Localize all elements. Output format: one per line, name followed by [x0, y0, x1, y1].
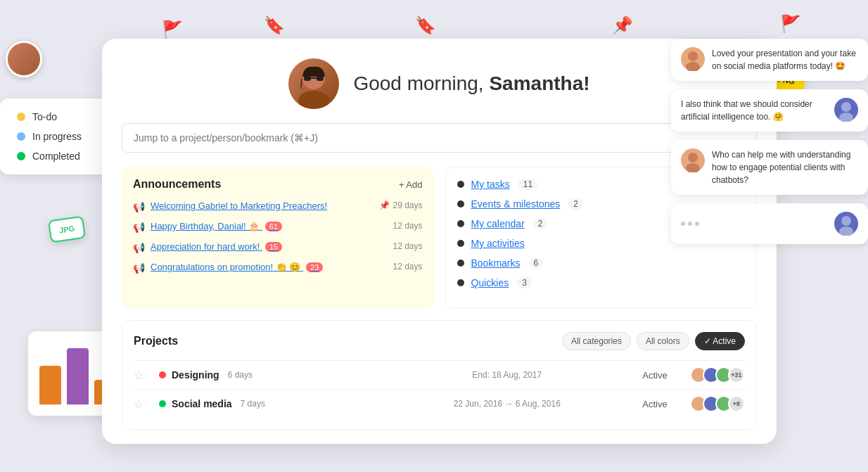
project-status-2: Active — [627, 399, 683, 409]
chat-text-3: Who can help me with understanding how t… — [712, 148, 858, 186]
ann-link-3[interactable]: Appreciation for hard work! 15 — [151, 241, 282, 252]
nav-item-quickies[interactable]: Quickies 3 — [457, 277, 746, 288]
project-status-1: Active — [627, 370, 683, 381]
nav-link-tasks[interactable]: My tasks — [471, 179, 510, 190]
svg-point-7 — [686, 62, 700, 71]
svg-point-12 — [841, 216, 851, 226]
nav-link-activities[interactable]: My activities — [471, 238, 525, 249]
project-name-1: Designing — [172, 369, 219, 381]
project-row-1: ☆ Designing 6 days End: 18 Aug, 2017 Act… — [134, 360, 745, 389]
proj-avatar-more-2: +8 — [728, 395, 745, 412]
nav-count-bookmarks: 6 — [529, 257, 544, 269]
deco-emoji-4: 📌 — [612, 15, 633, 35]
projects-filters: All categories All colors ✓ Active — [562, 332, 745, 350]
project-name-cell-1: Designing 6 days — [159, 369, 388, 381]
ann-days-4: 12 days — [392, 262, 422, 272]
ann-badge-3: 15 — [265, 242, 282, 252]
announcements-header: Announcements + Add — [133, 178, 423, 191]
deco-emoji-2: 🔖 — [264, 15, 285, 35]
star-icon-1[interactable]: ☆ — [134, 369, 153, 382]
nav-link-calendar[interactable]: My calendar — [471, 218, 525, 229]
project-name-2: Social media — [172, 398, 232, 409]
todo-dot — [17, 113, 25, 121]
user-avatar — [288, 58, 339, 109]
nav-link-events[interactable]: Events & milestones — [471, 198, 561, 210]
project-days-2: 7 days — [241, 399, 265, 409]
nav-dot-events — [457, 200, 464, 208]
chat-avatar-input — [834, 212, 858, 236]
chat-avatar-3 — [681, 148, 705, 172]
project-dot-2 — [159, 400, 166, 407]
nav-dot-quickies — [457, 279, 464, 286]
svg-rect-4 — [317, 76, 324, 81]
nav-count-quickies: 3 — [517, 277, 532, 288]
chat-avatar-2 — [834, 98, 858, 122]
nav-item-bookmarks[interactable]: Bookmarks 6 — [457, 257, 746, 269]
projects-panel: Projects All categories All colors ✓ Act… — [122, 320, 757, 430]
jpg-badge: JPG — [48, 216, 86, 243]
proj-avatar-more-1: +31 — [728, 366, 745, 383]
filter-active-button[interactable]: ✓ Active — [695, 332, 745, 350]
todo-label: To-do — [32, 111, 57, 122]
ann-days-3: 12 days — [392, 241, 422, 251]
chat-bubble-1: Loved your presentation and your take on… — [671, 39, 868, 81]
greeting-name: Samantha! — [489, 72, 589, 94]
greeting-prefix: Good morning, — [353, 72, 489, 94]
svg-point-11 — [686, 163, 700, 172]
announcements-title: Announcements — [133, 178, 221, 191]
ann-link-4[interactable]: Congratulations on promotion! 👏 😊 23 — [151, 262, 323, 272]
chat-bubble-2: I also think that we should consider art… — [671, 89, 868, 132]
svg-point-9 — [839, 113, 853, 122]
project-dates-1: End: 18 Aug, 2017 — [393, 370, 622, 380]
announcement-item-1: 📢 Welcoming Gabriel to Marketing Preache… — [133, 200, 423, 212]
ann-badge-4: 23 — [306, 262, 323, 272]
chat-panel: Loved your presentation and your take on… — [671, 39, 868, 244]
megaphone-icon-2: 📢 — [133, 222, 145, 233]
inprogress-label: In progress — [32, 131, 82, 142]
deco-emoji-3: 🔖 — [415, 15, 436, 35]
ann-link-1[interactable]: Welcoming Gabriel to Marketing Preachers… — [151, 200, 327, 211]
megaphone-icon-1: 📢 — [133, 201, 145, 212]
chat-bubble-3: Who can help me with understanding how t… — [671, 140, 868, 195]
filter-categories-button[interactable]: All categories — [562, 332, 631, 350]
project-name-cell-2: Social media 7 days — [159, 398, 388, 409]
nav-link-quickies[interactable]: Quickies — [471, 277, 509, 288]
svg-point-1 — [298, 91, 329, 109]
nav-dot-activities — [457, 240, 464, 247]
star-icon-2[interactable]: ☆ — [134, 397, 153, 411]
project-dot-1 — [159, 371, 166, 378]
search-input[interactable] — [122, 123, 757, 153]
completed-dot — [17, 152, 25, 160]
greeting-text: Good morning, Samantha! — [353, 72, 589, 95]
chat-text-2: I also think that we should consider art… — [681, 98, 827, 123]
completed-label: Completed — [32, 151, 80, 162]
project-row-2: ☆ Social media 7 days 22 Jun, 2016 → 6 A… — [134, 389, 745, 418]
nav-link-bookmarks[interactable]: Bookmarks — [471, 257, 521, 269]
nav-dot-tasks — [457, 181, 464, 188]
announcement-item-2: 📢 Happy Birthday, Danial! 🎂 61 12 days — [133, 221, 423, 233]
ann-badge-2: 61 — [265, 222, 282, 231]
projects-title: Projects — [134, 335, 178, 347]
nav-count-calendar: 2 — [533, 218, 548, 229]
typing-dots — [681, 222, 699, 226]
project-dates-2: 22 Jun, 2016 → 6 Aug, 2016 — [393, 399, 622, 409]
pin-icon-1: 📌 — [379, 200, 390, 210]
filter-colors-button[interactable]: All colors — [637, 332, 689, 350]
megaphone-icon-3: 📢 — [133, 242, 145, 253]
ann-link-2[interactable]: Happy Birthday, Danial! 🎂 61 — [151, 221, 282, 231]
greeting-section: Good morning, Samantha! — [122, 58, 757, 109]
add-announcement-button[interactable]: + Add — [399, 179, 423, 190]
svg-point-10 — [688, 153, 698, 162]
chat-text-1: Loved your presentation and your take on… — [712, 47, 858, 72]
announcements-panel: Announcements + Add 📢 Welcoming Gabriel … — [122, 167, 434, 309]
check-icon: ✓ — [704, 336, 713, 346]
project-avatars-2: +8 — [689, 395, 745, 412]
svg-point-8 — [841, 102, 851, 112]
megaphone-icon-4: 📢 — [133, 262, 145, 274]
dot-1 — [681, 222, 685, 226]
ann-days-1: 📌 29 days — [379, 200, 422, 210]
svg-point-6 — [688, 51, 698, 61]
inprogress-dot — [17, 132, 25, 141]
chat-input-area — [671, 203, 868, 244]
nav-count-events: 2 — [568, 198, 583, 210]
